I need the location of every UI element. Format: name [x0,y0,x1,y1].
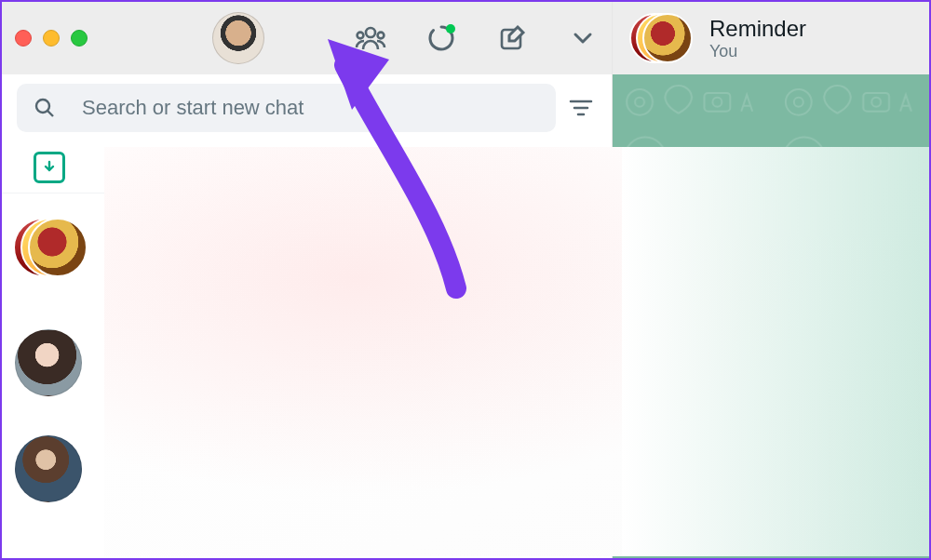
chat-list-pane [2,2,613,558]
new-chat-icon[interactable] [496,22,528,54]
chat-background [613,74,929,558]
communities-icon[interactable] [355,22,386,54]
search-row [2,74,612,141]
left-header [2,2,612,74]
chat-avatar-group[interactable] [13,214,91,281]
conversation-pane: Reminder You [613,2,929,558]
svg-point-0 [366,28,375,37]
archived-row[interactable] [2,141,612,193]
svg-point-2 [378,33,385,39]
chat-avatar[interactable] [15,435,82,502]
svg-point-1 [358,33,364,39]
filter-icon[interactable] [565,92,597,124]
conversation-header[interactable]: Reminder You [613,2,929,74]
my-avatar[interactable] [212,12,264,64]
search-icon [34,97,56,119]
fullscreen-window-button[interactable] [71,30,88,47]
conversation-subtitle: You [709,42,806,61]
chat-list [2,193,612,558]
minimize-window-button[interactable] [43,30,60,47]
search-input[interactable] [56,96,539,120]
status-icon[interactable] [425,22,457,54]
svg-point-4 [36,100,49,113]
app-window: Reminder You [0,0,931,560]
chat-avatar[interactable] [15,329,82,396]
window-controls [15,30,88,47]
header-actions [355,2,599,74]
conversation-header-text: Reminder You [709,16,806,61]
conversation-title: Reminder [709,16,806,42]
archived-icon [34,152,65,183]
conversation-avatar [629,12,695,64]
svg-rect-11 [613,74,929,558]
status-new-dot [446,24,455,33]
close-window-button[interactable] [15,30,32,47]
search-box[interactable] [17,84,556,132]
menu-chevron-icon[interactable] [567,22,599,54]
